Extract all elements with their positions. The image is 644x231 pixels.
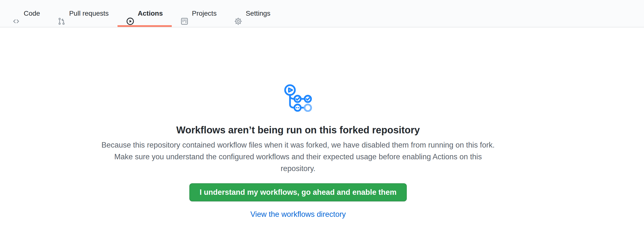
code-icon [12,10,20,17]
workflow-graph-icon [284,83,313,112]
page-description: Because this repository contained workfl… [102,139,495,174]
repo-tab-nav: Code Pull requests Actions [0,0,644,28]
gear-icon [234,10,242,17]
git-pull-request-icon [58,10,66,17]
tab-label: Code [24,0,40,27]
actions-disabled-blankslate: Workflows aren’t being run on this forke… [0,28,596,219]
tab-code[interactable]: Code [4,0,49,27]
page-title: Workflows aren’t being run on this forke… [0,124,596,136]
tab-label: Pull requests [69,0,109,27]
tab-label: Actions [138,0,163,27]
project-icon [180,10,188,17]
enable-workflows-button[interactable]: I understand my workflows, go ahead and … [189,183,407,201]
tab-settings[interactable]: Settings [226,0,279,27]
tab-pull-requests[interactable]: Pull requests [49,0,118,27]
tab-label: Projects [192,0,217,27]
play-icon [126,10,134,17]
enable-button-row: I understand my workflows, go ahead and … [0,174,596,201]
tab-actions[interactable]: Actions [118,0,172,27]
tab-label: Settings [246,0,270,27]
view-workflows-directory-link[interactable]: View the workflows directory [250,210,346,218]
workflows-link-row: View the workflows directory [0,210,596,219]
tab-projects[interactable]: Projects [172,0,226,27]
